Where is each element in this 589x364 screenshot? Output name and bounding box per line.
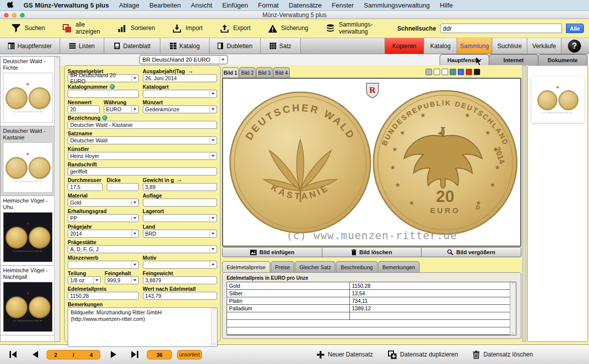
tab-bemerkungen[interactable]: Bemerkungen — [378, 261, 420, 272]
menu-ansicht[interactable]: Ansicht — [191, 2, 213, 9]
nennwert-input[interactable]: 20 — [68, 105, 100, 113]
erhaltungsgrad-select[interactable]: PP — [68, 214, 139, 222]
table-row-empty[interactable] — [227, 320, 516, 327]
alle-anzeigen-button[interactable]: alle anzeigen — [62, 22, 100, 35]
record-position-badge[interactable]: 2 / 4 — [47, 350, 100, 359]
help-button[interactable]: ? — [568, 40, 581, 53]
praegestaette-select[interactable]: A, D, F, G, J — [68, 245, 217, 253]
sammlung-mode-button[interactable]: Sammlung — [457, 38, 492, 54]
menu-format[interactable]: Format — [258, 2, 279, 9]
lagerort-select[interactable] — [143, 214, 217, 222]
swatch-pale-yellow[interactable] — [434, 69, 440, 75]
dicke-input[interactable] — [107, 183, 139, 191]
collection-dropdown[interactable]: BR Deutschland 20 EURO — [139, 55, 228, 64]
coin-preview-card[interactable]: R (c) www.muenzen-ritter.de — [531, 77, 584, 123]
katalogart-select[interactable] — [143, 90, 217, 98]
sidebar-item-uhu[interactable]: Heimische Vögel - Uhu R (c) www.muenzen-… — [1, 196, 60, 266]
record-count-badge[interactable]: 36 — [147, 350, 172, 359]
textarea-scrollbar[interactable]: ⌃⌄ — [211, 308, 217, 346]
tab-preise[interactable]: Preise — [271, 261, 295, 272]
table-row[interactable]: Palladium1389,12 — [227, 305, 516, 312]
feingehalt-select[interactable]: 999,9 — [105, 276, 139, 284]
muenzart-select[interactable]: Gedenkmünze — [143, 105, 217, 113]
muenzerwerb-select[interactable] — [68, 261, 139, 269]
import-button[interactable]: Import — [172, 24, 203, 34]
randschrift-input[interactable]: geriffelt — [68, 167, 217, 175]
kuenstler-select[interactable]: Heinz Hoyer — [68, 152, 217, 160]
table-row-empty[interactable] — [227, 327, 516, 335]
katalog-mode-button[interactable]: Katalog — [424, 38, 457, 54]
verkaeufe-mode-button[interactable]: Verkäufe — [527, 38, 561, 54]
tab-internet[interactable]: Internet — [489, 54, 538, 65]
listen-view-button[interactable]: Listen — [60, 38, 104, 54]
sammlungsverwaltung-button[interactable]: Sammlungs- verwaltung — [325, 22, 372, 35]
gewicht-input[interactable]: 3,89 — [143, 183, 217, 191]
apple-icon[interactable] — [7, 2, 14, 9]
tab-bild-2[interactable]: Bild 2 — [239, 67, 256, 78]
swatch-red[interactable] — [466, 69, 472, 75]
menu-bearbeiten[interactable]: Bearbeiten — [149, 2, 181, 9]
alle-search-button[interactable]: Alle — [566, 24, 584, 33]
table-row[interactable]: Platin734,11 — [227, 297, 516, 305]
menu-datensaetze[interactable]: Datensätze — [289, 2, 322, 9]
menu-einfuegen[interactable]: Einfügen — [222, 2, 248, 9]
previous-record-button[interactable] — [32, 350, 39, 358]
menu-hilfe[interactable]: Hilfe — [440, 2, 453, 9]
praegejahr-select[interactable]: 2014 — [68, 230, 139, 238]
tab-bild-4[interactable]: Bild 4 — [273, 67, 290, 78]
vertical-scrollbar[interactable] — [522, 65, 526, 342]
sammelgebiet-select[interactable]: BR Deutschland 20 EURO — [68, 74, 139, 82]
land-select[interactable]: BRD — [143, 230, 217, 238]
tab-beschreibung[interactable]: Beschreibung — [336, 261, 377, 272]
tab-bild-1[interactable]: Bild 1 — [222, 67, 239, 78]
katalognummer-input[interactable] — [68, 90, 139, 98]
wert-nach-edelmetall-input[interactable]: 143,79 — [143, 292, 217, 300]
table-scrollbar[interactable]: ⌃⌄ — [510, 282, 516, 335]
menu-fenster[interactable]: Fenster — [332, 2, 354, 9]
menu-ablage[interactable]: Ablage — [119, 2, 139, 9]
sidebar-item-nachtigall[interactable]: Heimische Vögel - Nachtigall R (c) www.m… — [1, 266, 60, 335]
bild-einfuegen-button[interactable]: Bild einfügen — [223, 248, 322, 257]
swatch-gray[interactable] — [426, 69, 432, 75]
kopieren-button[interactable]: Kopieren — [385, 38, 424, 54]
suchen-button[interactable]: Suchen — [11, 24, 45, 34]
last-record-button[interactable] — [131, 350, 139, 358]
auflage-input[interactable] — [143, 199, 217, 207]
tab-bild-3[interactable]: Bild 3 — [256, 67, 273, 78]
sidebar-item-kastanie[interactable]: Deutscher Wald - Kastanie R (c) www.muen… — [1, 126, 60, 196]
table-row-empty[interactable] — [227, 312, 516, 320]
table-row[interactable]: Silber13,54 — [227, 290, 516, 297]
first-record-button[interactable] — [9, 350, 17, 358]
sort-status-badge[interactable]: unsortiert — [177, 350, 202, 359]
bild-loeschen-button[interactable]: Bild löschen — [322, 248, 422, 257]
ausgabejahr-input[interactable]: 26. Juni 2014 — [143, 74, 217, 82]
datensatz-loeschen-button[interactable]: Datensatz löschen — [473, 350, 533, 359]
suchliste-mode-button[interactable]: Suchliste — [492, 38, 527, 54]
teilung-select[interactable]: 1/8 oz — [68, 276, 101, 284]
edelmetallpreis-input[interactable]: 1150,28 — [68, 292, 139, 300]
bemerkungen-textarea[interactable]: Bildquelle: Münzhandlung Ritter GmbH (ht… — [68, 307, 218, 347]
sicherung-button[interactable]: Sicherung — [268, 24, 308, 34]
durchmesser-input[interactable]: 17,5 — [68, 183, 103, 191]
datensatz-duplizieren-button[interactable]: Datensatz duplizieren — [388, 350, 458, 359]
neuer-datensatz-button[interactable]: Neuer Datensatz — [317, 351, 373, 358]
swatch-blue[interactable] — [458, 69, 464, 75]
datenblatt-view-button[interactable]: Datenblatt — [104, 38, 160, 54]
sortieren-button[interactable]: Sortieren — [117, 24, 155, 34]
swatch-black[interactable] — [474, 69, 480, 75]
bild-vergroessern-button[interactable]: Bild vergößern — [422, 248, 521, 257]
schnellsuche-input[interactable] — [440, 24, 562, 33]
motiv-select[interactable] — [143, 261, 217, 269]
material-select[interactable]: Gold — [68, 199, 139, 207]
swatch-teal[interactable] — [450, 69, 456, 75]
satz-view-button[interactable]: Satz — [261, 38, 301, 54]
export-button[interactable]: Export — [220, 24, 251, 34]
waehrung-select[interactable]: EURO — [104, 105, 139, 113]
tab-dokumente[interactable]: Dokumente — [538, 54, 587, 65]
katalog-view-button[interactable]: Katalog — [160, 38, 210, 54]
hauptfenster-view-button[interactable]: Hauptfenster — [0, 38, 60, 54]
sidebar-scrollbar[interactable]: ⌃ — [54, 57, 60, 341]
bezeichnung-input[interactable]: Deutscher Wald - Kastanie — [68, 121, 217, 129]
sidebar-item-fichte[interactable]: Deutscher Wald - Fichte R (c) www.muenze… — [1, 57, 60, 126]
tab-edelmetallpreise[interactable]: Edelmetallpreise — [222, 261, 270, 272]
